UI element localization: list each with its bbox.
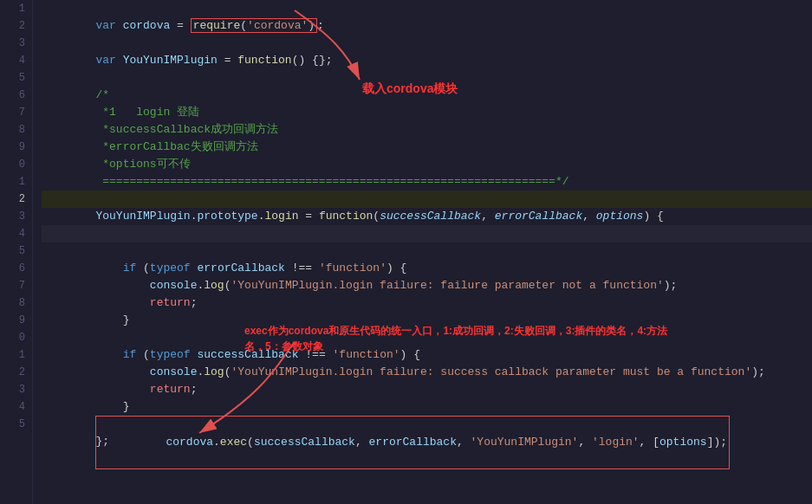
line-num-8: 8 — [0, 121, 25, 139]
line-num-1: 1 — [0, 0, 25, 17]
line-num-22: 2 — [0, 364, 25, 381]
code-line-14 — [42, 225, 812, 242]
code-line-7: *successCallback成功回调方法 — [42, 104, 812, 121]
line-num-19: 9 — [0, 312, 25, 329]
code-line-8: *errorCallbac失败回调方法 — [42, 121, 812, 139]
line-num-24: 4 — [0, 398, 25, 416]
code-line-16: console.log('YouYunIMPlugin.login failur… — [42, 260, 812, 277]
code-line-17: return; — [42, 277, 812, 294]
line-num-16: 6 — [0, 260, 25, 277]
code-line-18: } — [42, 294, 812, 312]
line-num-7: 7 — [0, 104, 25, 121]
line-num-13: 3 — [0, 208, 25, 225]
line-num-14: 4 — [0, 225, 25, 242]
code-line-1: var cordova = require('cordova'); — [42, 0, 812, 17]
code-line-11 — [42, 173, 812, 191]
code-line-19 — [42, 312, 812, 329]
code-line-6: *1 login 登陆 — [42, 87, 812, 104]
code-line-22: return; — [42, 364, 812, 381]
code-line-12: YouYunIMPlugin.prototype.login = functio… — [42, 191, 812, 208]
code-line-9: *options可不传 — [42, 139, 812, 156]
line-num-10: 0 — [0, 156, 25, 173]
code-line-21: console.log('YouYunIMPlugin.login failur… — [42, 346, 812, 364]
code-line-13: if (!errorCallback) { errorCallback = fu… — [42, 208, 812, 225]
code-line-2 — [42, 17, 812, 35]
code-line-15: if (typeof errorCallback !== 'function')… — [42, 242, 812, 260]
line-num-17: 7 — [0, 277, 25, 294]
line-num-23: 3 — [0, 381, 25, 398]
line-num-21: 1 — [0, 346, 25, 364]
line-num-15: ▼5 — [0, 242, 25, 260]
line-num-18: 8 — [0, 294, 25, 312]
code-line-3: var YouYunIMPlugin = function() {}; — [42, 35, 812, 52]
line-num-2: 2 — [0, 17, 25, 35]
line-num-12: ▼2 — [0, 191, 25, 208]
code-line-10: ========================================… — [42, 156, 812, 173]
line-num-25: 5 — [0, 416, 25, 433]
line-num-3: 3 — [0, 35, 25, 52]
code-line-25: }; — [42, 416, 812, 433]
line-numbers: 1 2 3 4 5 6 7 8 9 0 1 ▼2 3 4 ▼5 6 7 8 9 … — [0, 0, 33, 504]
code-line-20: if (typeof successCallback !== 'function… — [42, 329, 812, 346]
code-line-24: cordova.exec(successCallback, errorCallb… — [42, 398, 812, 416]
code-editor: 1 2 3 4 5 6 7 8 9 0 1 ▼2 3 4 ▼5 6 7 8 9 … — [0, 0, 812, 504]
code-line-5: /* — [42, 69, 812, 87]
line-num-20: ▼0 — [0, 329, 25, 346]
line-num-11: 1 — [0, 173, 25, 191]
code-line-23: } — [42, 381, 812, 398]
code-content: var cordova = require('cordova'); var Yo… — [33, 0, 812, 504]
code-area: 1 2 3 4 5 6 7 8 9 0 1 ▼2 3 4 ▼5 6 7 8 9 … — [0, 0, 812, 504]
line-num-5: 5 — [0, 69, 25, 87]
line-num-6: 6 — [0, 87, 25, 104]
line-num-4: 4 — [0, 52, 25, 69]
code-line-4 — [42, 52, 812, 69]
line-num-9: 9 — [0, 139, 25, 156]
